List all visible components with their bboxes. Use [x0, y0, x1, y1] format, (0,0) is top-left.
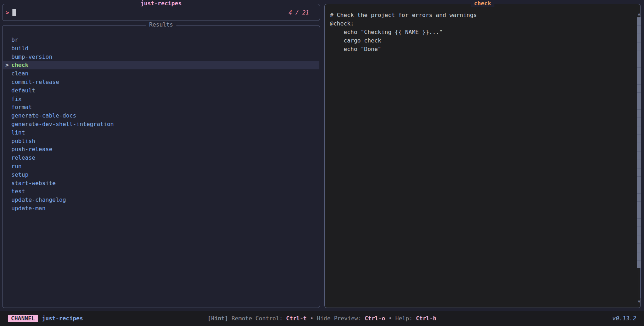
- hint-separator: •: [385, 315, 392, 322]
- result-item-label: publish: [11, 137, 35, 145]
- selection-pointer-icon: [3, 69, 11, 78]
- selection-pointer-icon: [3, 36, 11, 44]
- result-item-label: lint: [11, 128, 25, 137]
- code-line: # Check the project for errors and warni…: [330, 11, 633, 19]
- results-list: br build bump-version>check clean commit…: [3, 36, 319, 213]
- result-item-label: release: [11, 154, 35, 162]
- selection-pointer-icon: [3, 171, 11, 179]
- results-panel: Results br build bump-version>check clea…: [2, 25, 320, 308]
- result-row[interactable]: update-changelog: [3, 196, 319, 204]
- result-item-label: start-website: [11, 179, 56, 188]
- selection-pointer-icon: [3, 137, 11, 145]
- version-label: v0.13.2: [612, 315, 636, 322]
- preview-code: # Check the project for errors and warni…: [330, 11, 633, 53]
- mode-badge: CHANNEL: [8, 315, 38, 322]
- selection-pointer-icon: [3, 162, 11, 171]
- selection-pointer-icon: [3, 179, 11, 188]
- result-row[interactable]: publish: [3, 137, 319, 145]
- selection-pointer-icon: [3, 53, 11, 61]
- hint-key: Ctrl-o: [365, 315, 385, 322]
- hint-label: [Hint]: [208, 315, 228, 322]
- code-line: echo "Checking {{ NAME }}...": [330, 28, 633, 36]
- results-title: Results: [146, 21, 176, 28]
- status-right: v0.13.2: [436, 315, 636, 322]
- result-item-label: bump-version: [11, 53, 52, 61]
- status-bar: CHANNEL just-recipes [Hint] Remote Contr…: [0, 311, 644, 326]
- result-item-label: check: [11, 61, 28, 69]
- result-item-label: default: [11, 86, 35, 95]
- selection-pointer-icon: [3, 187, 11, 196]
- result-row[interactable]: push-release: [3, 145, 319, 154]
- selection-pointer-icon: [3, 120, 11, 128]
- status-left: CHANNEL just-recipes: [8, 315, 208, 322]
- selection-pointer-icon: [3, 78, 11, 86]
- result-row[interactable]: default: [3, 86, 319, 95]
- selection-pointer-icon: >: [3, 61, 11, 69]
- preview-title: check: [471, 0, 494, 7]
- result-item-label: br: [11, 36, 18, 44]
- result-item-label: update-changelog: [11, 196, 66, 204]
- code-line: echo "Done": [330, 45, 633, 53]
- result-row[interactable]: generate-cable-docs: [3, 111, 319, 120]
- selection-pointer-icon: [3, 145, 11, 154]
- result-row[interactable]: bump-version: [3, 53, 319, 61]
- result-row[interactable]: clean: [3, 69, 319, 78]
- result-counter: 4 / 21: [289, 9, 309, 16]
- result-row[interactable]: lint: [3, 128, 319, 137]
- hint-items: Remote Control: Ctrl-t • Hide Preview: C…: [228, 315, 437, 322]
- scrollbar-thumb[interactable]: [637, 17, 641, 268]
- search-input-panel: just-recipes > 4 / 21: [2, 4, 320, 21]
- result-item-label: generate-dev-shell-integration: [11, 120, 114, 128]
- text-cursor: [12, 9, 16, 16]
- selection-pointer-icon: [3, 128, 11, 137]
- result-item-label: generate-cable-docs: [11, 111, 76, 120]
- result-row[interactable]: fix: [3, 95, 319, 103]
- hint-bar: [Hint] Remote Control: Ctrl-t • Hide Pre…: [208, 315, 436, 322]
- preview-panel: check # Check the project for errors and…: [324, 4, 641, 308]
- hint-separator: •: [307, 315, 313, 322]
- search-input[interactable]: > 4 / 21: [2, 4, 320, 21]
- result-item-label: commit-release: [11, 78, 59, 86]
- scroll-down-icon[interactable]: ▼: [638, 298, 640, 305]
- hint-key: Ctrl-h: [416, 315, 436, 322]
- result-row[interactable]: >check: [3, 61, 319, 69]
- selection-pointer-icon: [3, 196, 11, 204]
- scroll-up-icon[interactable]: ▲: [638, 10, 640, 17]
- channel-name: just-recipes: [42, 315, 83, 322]
- code-line: cargo check: [330, 36, 633, 45]
- selection-pointer-icon: [3, 204, 11, 213]
- selection-pointer-icon: [3, 95, 11, 103]
- result-row[interactable]: update-man: [3, 204, 319, 213]
- selection-pointer-icon: [3, 103, 11, 111]
- result-item-label: format: [11, 103, 32, 111]
- result-row[interactable]: commit-release: [3, 78, 319, 86]
- result-item-label: run: [11, 162, 22, 171]
- result-row[interactable]: br: [3, 36, 319, 44]
- result-row[interactable]: run: [3, 162, 319, 171]
- selection-pointer-icon: [3, 44, 11, 53]
- code-line: @check:: [330, 19, 633, 28]
- result-item-label: test: [11, 187, 25, 196]
- result-item-label: fix: [11, 95, 22, 103]
- result-item-label: push-release: [11, 145, 52, 154]
- selection-pointer-icon: [3, 111, 11, 120]
- result-row[interactable]: generate-dev-shell-integration: [3, 120, 319, 128]
- selection-pointer-icon: [3, 86, 11, 95]
- result-item-label: clean: [11, 69, 28, 78]
- result-row[interactable]: format: [3, 103, 319, 111]
- result-item-label: build: [11, 44, 28, 53]
- tv-fuzzy-finder-screen: just-recipes > 4 / 21 Results br build b…: [0, 0, 644, 326]
- result-row[interactable]: start-website: [3, 179, 319, 188]
- selection-pointer-icon: [3, 154, 11, 162]
- result-row[interactable]: build: [3, 44, 319, 53]
- result-row[interactable]: test: [3, 187, 319, 196]
- result-row[interactable]: setup: [3, 171, 319, 179]
- preview-scrollbar[interactable]: ▲ ▼: [637, 10, 641, 305]
- prompt-icon: >: [6, 9, 9, 16]
- result-item-label: update-man: [11, 204, 45, 213]
- scrollbar-track[interactable]: [638, 268, 640, 298]
- result-row[interactable]: release: [3, 154, 319, 162]
- hint-key: Ctrl-t: [286, 315, 307, 322]
- result-item-label: setup: [11, 171, 28, 179]
